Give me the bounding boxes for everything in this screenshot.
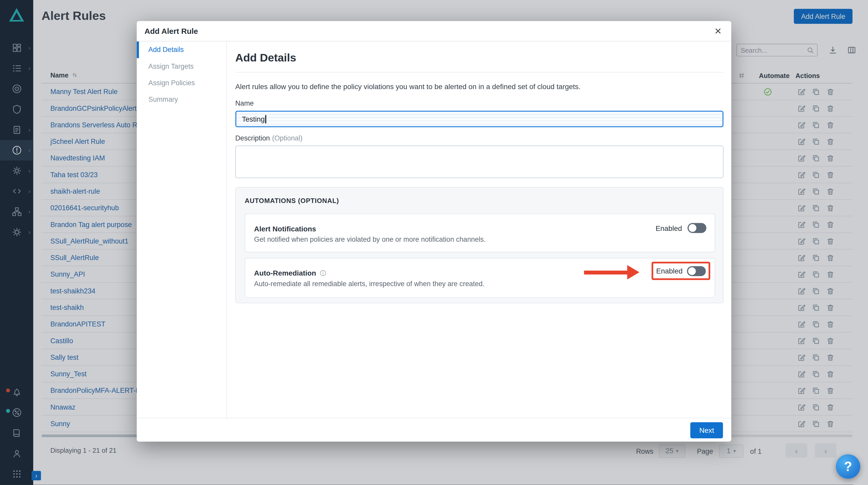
modal-footer: Next bbox=[137, 418, 731, 442]
step-add-details[interactable]: Add Details bbox=[137, 41, 226, 58]
alert-notifications-description: Get notified when policies are violated … bbox=[254, 236, 486, 244]
toggle-group: Enabled bbox=[656, 222, 707, 234]
alert-notifications-toggle[interactable] bbox=[687, 223, 706, 233]
card-text: Auto-Remediation Auto-remediate all reme… bbox=[254, 269, 485, 288]
auto-remediation-card: Auto-Remediation Auto-remediate all reme… bbox=[245, 258, 715, 298]
toggle-knob bbox=[689, 224, 696, 232]
description-label: Description(Optional) bbox=[235, 134, 303, 142]
modal-header: Add Alert Rule × bbox=[137, 21, 731, 41]
annotation-highlight-box: Enabled bbox=[652, 262, 710, 280]
arrow-tail bbox=[584, 271, 627, 274]
optional-hint: (Optional) bbox=[272, 134, 303, 142]
add-alert-rule-modal: Add Alert Rule × Add Details Assign Targ… bbox=[137, 21, 731, 442]
step-assign-targets[interactable]: Assign Targets bbox=[137, 58, 226, 75]
modal-step-nav: Add Details Assign Targets Assign Polici… bbox=[137, 41, 227, 418]
section-heading: Add Details bbox=[235, 52, 296, 64]
app-root: Alert Rules Add Alert Rule Name Automate… bbox=[0, 0, 868, 485]
toggle-label: Enabled bbox=[656, 224, 682, 232]
intro-text: Alert rules allow you to define the poli… bbox=[235, 83, 581, 91]
automations-section: AUTOMATIONS (OPTIONAL) Alert Notificatio… bbox=[235, 187, 723, 303]
info-icon[interactable] bbox=[319, 270, 327, 277]
modal-title: Add Alert Rule bbox=[145, 27, 198, 35]
modal-content: Add Details Alert rules allow you to def… bbox=[235, 41, 723, 418]
text-caret bbox=[265, 115, 266, 123]
auto-remediation-title: Auto-Remediation bbox=[254, 269, 316, 277]
toggle-knob bbox=[688, 267, 696, 275]
name-input[interactable]: Testing bbox=[235, 111, 723, 127]
help-button[interactable]: ? bbox=[836, 454, 860, 479]
description-textarea[interactable] bbox=[235, 146, 723, 178]
step-assign-policies[interactable]: Assign Policies bbox=[137, 75, 226, 91]
card-title-row: Alert Notifications bbox=[254, 225, 486, 233]
divider bbox=[235, 72, 723, 72]
auto-remediation-toggle[interactable] bbox=[687, 266, 706, 276]
name-label: Name bbox=[235, 100, 254, 107]
close-icon[interactable]: × bbox=[711, 23, 724, 39]
description-label-text: Description bbox=[235, 134, 270, 142]
arrow-head bbox=[627, 265, 640, 280]
card-title-row: Auto-Remediation bbox=[254, 269, 485, 277]
toggle-label: Enabled bbox=[656, 267, 683, 275]
alert-notifications-title: Alert Notifications bbox=[254, 225, 316, 233]
alert-notifications-card: Alert Notifications Get notified when po… bbox=[245, 214, 715, 252]
next-button[interactable]: Next bbox=[690, 422, 723, 438]
step-summary[interactable]: Summary bbox=[137, 91, 226, 108]
auto-remediation-description: Auto-remediate all remediable alerts, ir… bbox=[254, 280, 485, 288]
name-input-value: Testing bbox=[242, 115, 265, 123]
annotation-arrow bbox=[584, 265, 640, 280]
automations-title: AUTOMATIONS (OPTIONAL) bbox=[245, 197, 339, 205]
card-text: Alert Notifications Get notified when po… bbox=[254, 225, 486, 244]
